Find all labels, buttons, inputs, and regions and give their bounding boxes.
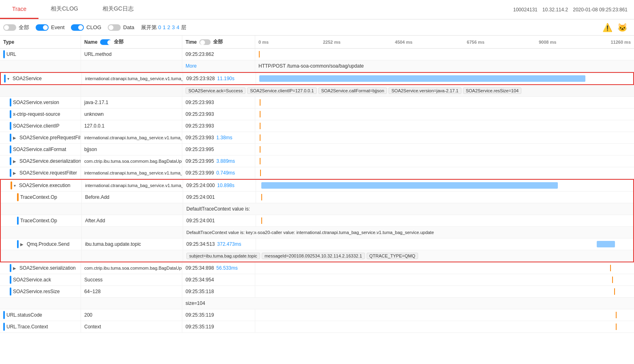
tab-clog[interactable]: 相关CLOG	[38, 0, 90, 19]
tag-soa2-ressize: SOA2Service.resSize=104	[463, 87, 522, 94]
td-more-link[interactable]: More	[182, 60, 255, 72]
td-prf-timeline	[255, 132, 634, 143]
red-section-wrapper: ▾ SOA2Service.execution international.ct…	[0, 179, 634, 262]
td-tcad-e1	[1, 227, 82, 238]
td-rf-name: international.ctranapi.tuma_bag_service.…	[81, 167, 182, 179]
rf-arrow[interactable]: ▶	[13, 171, 16, 175]
toggle-data-switch[interactable]	[108, 24, 121, 31]
td-qmq-type: ▶ Qmq.Produce.Send	[1, 238, 82, 250]
soa2ver-indicator	[10, 98, 11, 106]
qmq-bar	[597, 241, 615, 247]
td-deser-time: 09:25:23:995 3.889ms	[182, 155, 255, 167]
tcafter-time: 09:25:24:001	[186, 218, 215, 224]
utc-type-label: URL.Trace.Context	[6, 324, 48, 330]
table-row-url: URL URL.method 09:25:23:862	[0, 49, 634, 60]
sc-time: 09:25:35:119	[186, 312, 214, 318]
main-table: Type Name 全部 Time 全部 0 ms 2252 ms 4504 m…	[0, 36, 634, 364]
table-row-soa2-tags: SOA2Service.ack=Success SOA2Service.clie…	[0, 85, 634, 97]
tcbefore-indicator	[17, 193, 19, 201]
expand-level-2[interactable]: 2	[167, 24, 170, 30]
toggle-data-label: Data	[123, 24, 134, 30]
deser-type-label: SOA2Service.deserialization	[19, 158, 81, 164]
ack-type-label: SOA2Service.ack	[13, 277, 51, 283]
tab-trace[interactable]: Trace	[0, 0, 38, 19]
ser-time: 09:25:34:898	[186, 265, 214, 271]
td-res-time: 09:25:35:118	[182, 286, 255, 297]
ts-3: 6756 ms	[467, 40, 484, 45]
qmq-duration: 372.473ms	[217, 241, 241, 247]
th-name-toggle[interactable]	[100, 39, 111, 45]
soa2ver-type-label: SOA2Service.version	[13, 100, 59, 105]
td-tcbd-e2	[82, 203, 183, 215]
toggle-all-switch[interactable]	[3, 24, 16, 31]
th-time-toggle[interactable]	[199, 39, 211, 45]
tab-trace-label: Trace	[12, 6, 26, 12]
sc-indicator	[3, 311, 5, 319]
table-row-statuscode: URL.statusCode 200 09:25:35:119	[0, 309, 634, 321]
th-name-all: 全部	[114, 38, 124, 45]
prf-marker	[260, 134, 260, 141]
expand-level-0[interactable]: 0	[158, 24, 161, 30]
time-scale-labels: 0 ms 2252 ms 4504 ms 6756 ms 9008 ms 112…	[258, 40, 631, 45]
qmq-arrow[interactable]: ▶	[20, 242, 23, 247]
xctrip-marker	[260, 111, 260, 117]
prf-arrow[interactable]: ▶	[13, 136, 16, 140]
td-soa2ver-name: java-2.17.1	[81, 97, 182, 108]
toggle-event-group: Event	[36, 24, 64, 31]
td-deser-type: ▶ SOA2Service.deserialization	[0, 155, 81, 167]
table-row-serialization: ▶ SOA2Service.serialization com.ctrip.ib…	[0, 262, 634, 274]
td-soa2ip-timeline	[255, 120, 634, 132]
cat-icon[interactable]: 🐱	[617, 23, 628, 32]
res-marker	[614, 288, 615, 295]
prf-indicator	[10, 134, 11, 142]
toggle-clog-label: CLOG	[86, 24, 101, 30]
expand-label: 展开第	[141, 24, 157, 31]
td-cf-time: 09:25:23:995	[182, 144, 255, 155]
deser-arrow[interactable]: ▶	[13, 159, 16, 164]
ser-marker	[610, 265, 611, 271]
tab-gc[interactable]: 相关GC日志	[90, 0, 146, 19]
td-soa2ip-name: 127.0.0.1	[81, 120, 182, 132]
toggle-clog-switch[interactable]	[71, 24, 84, 31]
td-soa2-type: ▾ SOA2Service	[1, 73, 82, 84]
td-qmqtag-e2	[82, 250, 183, 262]
td-res-type: SOA2Service.resSize	[0, 286, 81, 297]
table-row-callformat: SOA2Service.callFormat bjjson 09:25:23:9…	[0, 144, 634, 155]
toolbar-right: ⚠️ 🐱	[602, 23, 631, 32]
td-sc-type: URL.statusCode	[0, 309, 81, 321]
tag-soa2-version: SOA2Service.version=java-2.17.1	[389, 87, 461, 94]
table-row-deserialization: ▶ SOA2Service.deserialization com.ctrip.…	[0, 155, 634, 167]
prf-time: 09:25:23:993	[186, 135, 214, 140]
table-header: Type Name 全部 Time 全部 0 ms 2252 ms 4504 m…	[0, 36, 634, 49]
nav-right: 100024131 10.32.114.2 2020-01-08 09:25:2…	[513, 7, 634, 13]
exec-arrow[interactable]: ▾	[14, 183, 16, 188]
deser-duration: 3.889ms	[216, 158, 235, 164]
td-exec-time: 09:25:24:000 10.898s	[183, 180, 256, 191]
table-row-requestfilter: ▶ SOA2Service.requestFilter internationa…	[0, 167, 634, 179]
td-utc-timeline	[255, 321, 634, 332]
rf-time: 09:25:23:999	[186, 170, 214, 176]
toggle-event-switch[interactable]	[36, 24, 49, 31]
expand-level-3[interactable]: 3	[172, 24, 175, 30]
table-row-qmq-tags: subject=ibu.tuma.bag.update.topic messag…	[1, 250, 633, 262]
td-tcbefore-timeline	[256, 192, 633, 203]
toggle-all-label: 全部	[19, 24, 29, 31]
td-ressize-detail: size=104	[182, 298, 634, 309]
expand-level-4[interactable]: 4	[177, 24, 179, 30]
table-row-traceop-after: TraceContext.Op After.Add 09:25:24:001	[1, 215, 633, 227]
warning-icon[interactable]: ⚠️	[602, 23, 613, 32]
soa2-arrow[interactable]: ▾	[7, 77, 9, 81]
table-row-url-more: More HTTP/POST /tuma-soa-common/soa/bag/…	[0, 60, 634, 72]
td-rf-time: 09:25:23:999 0.749ms	[182, 167, 255, 179]
expand-level-1[interactable]: 1	[163, 24, 166, 30]
ser-arrow[interactable]: ▶	[13, 266, 16, 270]
table-row-urltracecontext: URL.Trace.Context Context 09:25:35:119	[0, 321, 634, 333]
td-cf-timeline	[255, 144, 634, 155]
td-utc-type: URL.Trace.Context	[0, 321, 81, 332]
utc-time: 09:25:35:119	[186, 324, 214, 330]
td-sc-time: 09:25:35:119	[182, 309, 255, 321]
td-xctrip-timeline	[255, 109, 634, 120]
td-tcbefore-type: TraceContext.Op	[1, 192, 82, 203]
td-ser-timeline	[255, 262, 634, 274]
td-sc-name: 200	[81, 309, 182, 321]
